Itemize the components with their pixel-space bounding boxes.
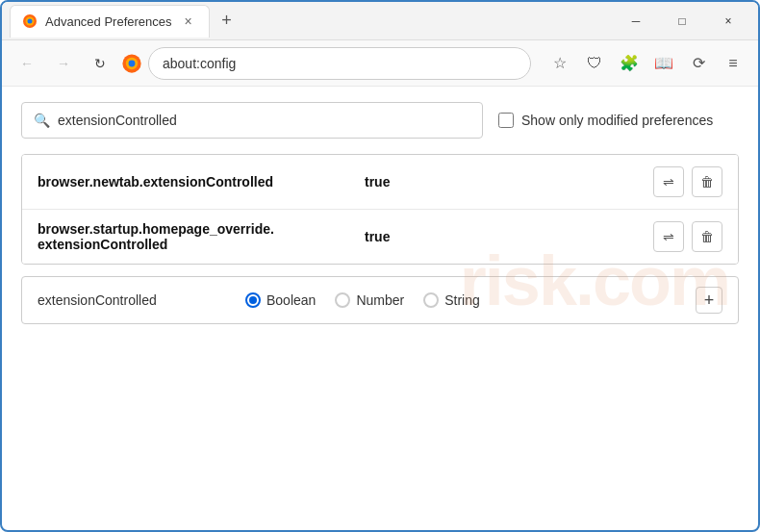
pocket-icon[interactable]: 📖	[648, 48, 679, 79]
address-bar: ← → ↻ about:config ☆ 🛡 🧩 📖 ⟳ ≡	[2, 40, 758, 87]
type-radio-group: Boolean Number String	[245, 292, 480, 308]
swap-icon-2: ⇌	[663, 229, 674, 244]
forward-button[interactable]: →	[48, 48, 79, 79]
sync-icon[interactable]: ⟳	[683, 48, 714, 79]
swap-button-1[interactable]: ⇌	[653, 166, 684, 197]
pref-value-2: true	[365, 229, 653, 244]
new-tab-button[interactable]: +	[214, 8, 241, 35]
radio-string-circle	[423, 292, 439, 308]
radio-string-label: String	[444, 292, 480, 308]
delete-button-2[interactable]: 🗑	[692, 221, 722, 252]
svg-point-2	[28, 19, 33, 24]
menu-icon[interactable]: ≡	[718, 48, 748, 79]
url-text: about:config	[163, 56, 517, 71]
radio-string[interactable]: String	[423, 292, 480, 308]
modified-prefs-filter[interactable]: Show only modified preferences	[498, 113, 713, 128]
radio-number-label: Number	[356, 292, 404, 308]
title-bar: Advanced Preferences × + ─ □ ×	[2, 2, 758, 40]
reload-button[interactable]: ↻	[85, 48, 115, 79]
search-icon: 🔍	[34, 113, 50, 128]
modified-prefs-checkbox[interactable]	[498, 113, 514, 128]
new-pref-name: extensionControlled	[38, 292, 230, 308]
pref-value-1: true	[365, 174, 653, 190]
row-actions-1: ⇌ 🗑	[653, 166, 722, 197]
new-pref-row: extensionControlled Boolean Number Strin…	[21, 276, 739, 324]
maximize-button[interactable]: □	[660, 6, 704, 37]
back-button[interactable]: ←	[12, 48, 42, 79]
modified-prefs-label: Show only modified preferences	[521, 113, 713, 128]
pref-name-2: browser.startup.homepage_override. exten…	[38, 221, 365, 252]
search-input[interactable]	[58, 113, 470, 128]
add-pref-button[interactable]: +	[696, 287, 722, 314]
minimize-button[interactable]: ─	[614, 6, 658, 37]
table-row: browser.newtab.extensionControlled true …	[22, 155, 738, 210]
firefox-logo	[121, 53, 142, 74]
bookmark-icon[interactable]: ☆	[545, 48, 575, 79]
pref-name-line2: extensionControlled	[38, 237, 167, 252]
url-bar[interactable]: about:config	[148, 47, 531, 80]
radio-boolean[interactable]: Boolean	[245, 292, 316, 308]
results-table: browser.newtab.extensionControlled true …	[21, 154, 739, 265]
browser-tab[interactable]: Advanced Preferences ×	[10, 5, 210, 38]
tab-title: Advanced Preferences	[45, 14, 172, 29]
delete-button-1[interactable]: 🗑	[692, 166, 722, 197]
pref-name-line1: browser.startup.homepage_override.	[38, 221, 274, 237]
pref-name-1: browser.newtab.extensionControlled	[38, 174, 365, 190]
search-row: 🔍 Show only modified preferences	[21, 102, 739, 139]
close-button[interactable]: ×	[706, 6, 750, 37]
svg-point-5	[129, 60, 136, 66]
tab-favicon	[22, 13, 38, 29]
row-actions-2: ⇌ 🗑	[653, 221, 722, 252]
search-box[interactable]: 🔍	[21, 102, 483, 139]
delete-icon-1: 🗑	[700, 174, 714, 190]
swap-icon-1: ⇌	[663, 174, 674, 190]
toolbar-icons: ☆ 🛡 🧩 📖 ⟳ ≡	[545, 48, 748, 79]
radio-boolean-circle	[245, 292, 261, 308]
radio-number[interactable]: Number	[335, 292, 404, 308]
delete-icon-2: 🗑	[700, 229, 714, 244]
tab-close-button[interactable]: ×	[180, 13, 197, 30]
window-controls: ─ □ ×	[614, 6, 750, 37]
extension-icon[interactable]: 🧩	[614, 48, 645, 79]
table-row: browser.startup.homepage_override. exten…	[22, 210, 738, 264]
radio-number-circle	[335, 292, 350, 308]
shield-icon[interactable]: 🛡	[579, 48, 610, 79]
radio-boolean-label: Boolean	[266, 292, 316, 308]
main-content: 🔍 Show only modified preferences browser…	[2, 87, 758, 340]
swap-button-2[interactable]: ⇌	[653, 221, 684, 252]
